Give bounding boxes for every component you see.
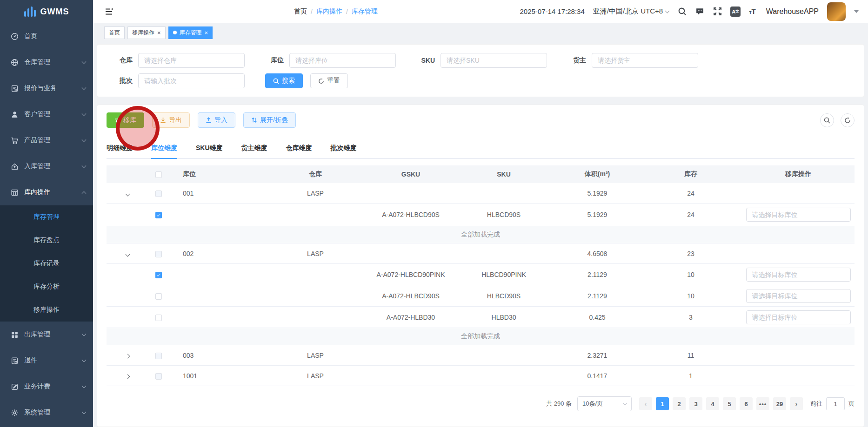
sidebar-item-inventory-count[interactable]: 库存盘点	[0, 229, 93, 252]
page-button-1[interactable]: 1	[656, 397, 669, 410]
import-button[interactable]: 导入	[198, 112, 235, 128]
sidebar-item-home[interactable]: 首页	[0, 23, 93, 49]
sidebar-item-label: 报价与业务	[24, 84, 82, 92]
table-row: 002 LASP 4.6508 23	[107, 243, 855, 264]
move-button[interactable]: 移库	[107, 112, 144, 128]
tab-batch-dim[interactable]: 批次维度	[331, 144, 357, 158]
target-location-select[interactable]	[746, 310, 851, 324]
avatar[interactable]	[827, 2, 846, 21]
sidebar-item-in-warehouse-ops[interactable]: 库内操作	[0, 179, 93, 205]
more-pages-button[interactable]: •••	[756, 397, 769, 410]
breadcrumb-separator: /	[346, 8, 348, 15]
fullscreen-icon[interactable]	[713, 7, 722, 16]
page-button-5[interactable]: 5	[723, 397, 736, 410]
search-button[interactable]: 搜索	[265, 73, 303, 88]
batch-input[interactable]	[138, 73, 245, 88]
sidebar-item-inventory-analysis[interactable]: 库存分析	[0, 275, 93, 298]
tag-label: 移库操作	[132, 29, 154, 37]
chevron-down-icon	[665, 8, 670, 13]
close-icon[interactable]: ×	[157, 30, 161, 36]
col-gsku: GSKU	[369, 171, 453, 178]
expand-row-icon[interactable]	[125, 354, 130, 358]
row-checkbox[interactable]	[155, 315, 162, 321]
expand-row-icon[interactable]	[125, 374, 130, 379]
refresh-button[interactable]	[841, 113, 855, 127]
logo-bars-icon	[24, 7, 36, 17]
page-button-6[interactable]: 6	[740, 397, 753, 410]
tab-sku-dim[interactable]: SKU维度	[196, 144, 223, 158]
tab-warehouse-dim[interactable]: 仓库维度	[286, 144, 312, 158]
next-page-button[interactable]: ›	[790, 397, 803, 410]
page-button-3[interactable]: 3	[689, 397, 702, 410]
row-checkbox[interactable]	[155, 251, 162, 257]
message-icon[interactable]	[695, 7, 704, 16]
search-icon[interactable]	[677, 7, 687, 16]
sidebar-item-move-ops[interactable]: 移库操作	[0, 298, 93, 322]
breadcrumb-level1[interactable]: 库内操作	[316, 7, 342, 16]
goto-page-input[interactable]	[826, 397, 845, 410]
row-checkbox[interactable]	[155, 293, 162, 300]
sidebar-item-quotes[interactable]: 报价与业务	[0, 75, 93, 101]
location-label: 库位	[248, 56, 289, 65]
sidebar-item-inventory-records[interactable]: 库存记录	[0, 252, 93, 275]
target-location-select[interactable]	[746, 268, 851, 282]
row-checkbox[interactable]	[155, 191, 162, 197]
sidebar-item-outbound[interactable]: 出库管理	[0, 322, 93, 348]
sidebar-item-billing[interactable]: 业务计费	[0, 374, 93, 400]
sidebar-item-warehouse-mgmt[interactable]: 仓库管理	[0, 49, 93, 75]
timezone-label: 亚洲/中国/北京 UTC+8	[593, 7, 663, 16]
warehouse-select[interactable]	[138, 53, 245, 68]
tag-tabs-bar: 首页 移库操作 × 库存管理 ×	[93, 23, 868, 42]
page-button-last[interactable]: 29	[773, 397, 786, 410]
sidebar-item-label: 系统管理	[24, 408, 82, 417]
home-icon	[10, 162, 19, 171]
reset-button[interactable]: 重置	[310, 73, 348, 88]
collapse-sidebar-icon[interactable]	[104, 7, 114, 16]
sidebar-item-products[interactable]: 产品管理	[0, 127, 93, 153]
user-menu-caret-icon[interactable]	[854, 10, 859, 13]
tab-owner-dim[interactable]: 货主维度	[241, 144, 267, 158]
sidebar-item-inventory-mgmt[interactable]: 库存管理	[0, 205, 93, 229]
breadcrumb-home[interactable]: 首页	[294, 7, 307, 16]
search-icon	[824, 117, 830, 124]
zoom-search-button[interactable]	[820, 113, 834, 127]
batch-label: 批次	[97, 77, 138, 85]
page-size-select[interactable]: 10条/页	[577, 396, 632, 411]
select-all-checkbox[interactable]	[155, 171, 162, 178]
close-icon[interactable]: ×	[205, 30, 208, 36]
chevron-down-icon	[82, 85, 87, 90]
tag-tab-inventory-mgmt[interactable]: 库存管理 ×	[168, 26, 213, 39]
expand-row-icon[interactable]	[125, 252, 130, 256]
timezone-selector[interactable]: 亚洲/中国/北京 UTC+8	[593, 7, 669, 16]
translate-icon[interactable]: A文	[730, 7, 741, 17]
tag-tab-home[interactable]: 首页	[104, 26, 125, 39]
breadcrumb-level2[interactable]: 库存管理	[352, 7, 378, 16]
table-row: 001 LASP 5.1929 24	[107, 183, 855, 204]
row-checkbox[interactable]	[155, 373, 162, 380]
location-select[interactable]	[289, 53, 396, 68]
expand-row-icon[interactable]	[125, 191, 130, 196]
sidebar-item-system[interactable]: 系统管理	[0, 400, 93, 426]
tab-detail-dim[interactable]: 明细维度	[107, 144, 133, 158]
goto-label: 前往	[810, 400, 822, 408]
page-button-2[interactable]: 2	[673, 397, 686, 410]
sidebar-item-inbound[interactable]: 入库管理	[0, 153, 93, 179]
expand-collapse-button[interactable]: 展开/折叠	[243, 112, 296, 128]
row-checkbox[interactable]	[155, 212, 162, 218]
sku-select[interactable]	[441, 53, 547, 68]
total-count: 共 290 条	[546, 400, 572, 408]
target-location-select[interactable]	[746, 208, 851, 222]
page-button-4[interactable]: 4	[706, 397, 719, 410]
row-checkbox[interactable]	[155, 353, 162, 359]
font-size-icon[interactable]: тT	[749, 7, 756, 15]
export-button[interactable]: 导出	[152, 112, 190, 128]
owner-select[interactable]	[592, 53, 698, 68]
chevron-down-icon	[82, 59, 87, 64]
sidebar-item-customers[interactable]: 客户管理	[0, 101, 93, 127]
target-location-select[interactable]	[746, 289, 851, 303]
tab-location-dim[interactable]: 库位维度	[151, 144, 177, 158]
tag-tab-move-ops[interactable]: 移库操作 ×	[127, 26, 166, 39]
prev-page-button[interactable]: ‹	[639, 397, 652, 410]
sidebar-item-returns[interactable]: 退件	[0, 348, 93, 374]
row-checkbox[interactable]	[155, 272, 162, 278]
